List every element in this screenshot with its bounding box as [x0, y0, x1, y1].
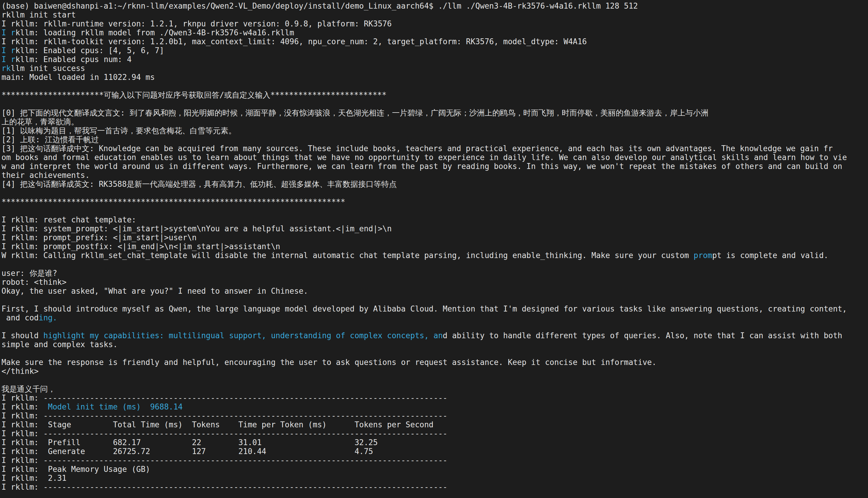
- terminal-text: I rkllm: prompt_prefix: <|im_start|>user…: [1, 233, 196, 242]
- terminal-line: [4] 把这句话翻译成英文: RK3588是新一代高端处理器，具有高算力、低功耗…: [1, 180, 868, 188]
- terminal-text-highlight: I r: [1, 55, 15, 64]
- terminal-line: Make sure the response is friendly and h…: [1, 358, 868, 367]
- terminal-text: ----------------------------------------…: [43, 393, 448, 402]
- terminal-line: [1, 188, 868, 197]
- terminal-line: ****************************************…: [1, 197, 868, 206]
- terminal-text: kllm: loading rkllm model from ./Qwen3-4…: [15, 28, 294, 37]
- terminal-text: rkllm init start: [1, 10, 76, 19]
- terminal-line: First, I should introduce myself as Qwen…: [1, 304, 868, 313]
- terminal-text: llm init success: [11, 64, 85, 73]
- terminal-text: user: 你是谁?: [1, 269, 57, 278]
- terminal-text: robot: <think>: [1, 278, 67, 287]
- terminal-line: I rkllm: 2.31: [1, 474, 868, 483]
- terminal-line: [1, 100, 868, 108]
- terminal-line: rkllm init success: [1, 64, 868, 73]
- terminal-line: I rkllm: Peak Memory Usage (GB): [1, 465, 868, 474]
- terminal-text: [2] 上联: 江边惯看千帆过: [1, 135, 99, 144]
- terminal-line: user: 你是谁?: [1, 269, 868, 278]
- terminal-text-highlight: Model init time (ms) 9688.14: [48, 402, 183, 411]
- terminal[interactable]: (base) baiwen@dshanpi-a1:~/rknn-llm/exam…: [0, 0, 868, 498]
- terminal-text: ----------------------------------------…: [43, 456, 448, 465]
- terminal-text: kllm: Enabled cpus: [4, 5, 6, 7]: [15, 46, 164, 55]
- terminal-line: I rkllm: prompt_postfix: <|im_end|>\n<|i…: [1, 242, 868, 251]
- terminal-line: I rkllm: -------------------------------…: [1, 411, 868, 420]
- terminal-screen: { "terminal": { "colors": { "background"…: [0, 0, 868, 498]
- terminal-line: W rkllm: Calling rkllm_set_chat_template…: [1, 251, 868, 260]
- terminal-line: [0] 把下面的现代文翻译成文言文: 到了春风和煦，阳光明媚的时候，湖面平静，没…: [1, 108, 868, 117]
- terminal-line: I rkllm: rkllm-runtime version: 1.2.1, r…: [1, 19, 868, 28]
- terminal-text-highlight: I r: [1, 28, 15, 37]
- terminal-text: W rkllm: Calling rkllm_set_chat_template…: [1, 251, 693, 260]
- terminal-line: 上的花草，青翠欲滴。: [1, 117, 868, 126]
- terminal-line: [1, 376, 868, 384]
- terminal-line: I rkllm: -------------------------------…: [1, 429, 868, 438]
- terminal-text: ----------------------------------------…: [43, 411, 448, 420]
- terminal-text: [0] 把下面的现代文翻译成文言文: 到了春风和煦，阳光明媚的时候，湖面平静，没…: [1, 108, 708, 117]
- terminal-line: and coding.: [1, 313, 868, 322]
- terminal-text-highlight: prom: [693, 251, 712, 260]
- terminal-text: om books and formal education enables us…: [1, 153, 847, 162]
- terminal-line: **********************可输入以下问题对应序号获取回答/或自…: [1, 91, 868, 100]
- terminal-text: *************************: [270, 91, 386, 100]
- terminal-text-highlight: I r: [1, 46, 15, 55]
- terminal-text: 可输入以下问题对应序号获取回答/或自定义输入: [104, 91, 270, 100]
- terminal-line: om books and formal education enables us…: [1, 153, 868, 162]
- terminal-line: I rkllm: rkllm-toolkit version: 1.2.0b1,…: [1, 37, 868, 46]
- terminal-line: I rkllm: Stage Total Time (ms) Tokens Ti…: [1, 420, 868, 429]
- terminal-line: I rkllm: loading rkllm model from ./Qwen…: [1, 28, 868, 37]
- terminal-text: [1] 以咏梅为题目，帮我写一首古诗，要求包含梅花、白雪等元素。: [1, 126, 236, 135]
- terminal-text: main: Model loaded in 11022.94 ms: [1, 73, 155, 82]
- terminal-text: I rkllm:: [1, 402, 48, 411]
- terminal-line: robot: <think>: [1, 278, 868, 287]
- terminal-text: d ability to handle different types of q…: [443, 331, 842, 340]
- terminal-text: First, I should introduce myself as Qwen…: [1, 304, 847, 313]
- terminal-line: Okay, the user asked, "What are you?" I …: [1, 287, 868, 296]
- terminal-line: w and interpret the world around us in d…: [1, 162, 868, 171]
- terminal-text: I rkllm: rkllm-toolkit version: 1.2.0b1,…: [1, 37, 587, 46]
- terminal-line: [1, 82, 868, 91]
- terminal-text: I rkllm:: [1, 393, 43, 402]
- terminal-text: I rkllm:: [1, 411, 43, 420]
- terminal-text: simple and complex tasks.: [1, 340, 118, 349]
- terminal-line: rkllm init start: [1, 10, 868, 19]
- terminal-text: I rkllm:: [1, 483, 43, 492]
- terminal-text: **********************: [1, 91, 104, 100]
- terminal-text: I rkllm: Stage Total Time (ms) Tokens Ti…: [1, 420, 434, 429]
- terminal-text: 我是通义千问，: [1, 384, 55, 393]
- terminal-line: 我是通义千问，: [1, 384, 868, 393]
- terminal-line: [3] 把这句话翻译成中文: Knowledge can be acquired…: [1, 144, 868, 153]
- terminal-text-highlight: rk: [1, 64, 11, 73]
- terminal-line: [1, 322, 868, 331]
- terminal-text: I rkllm: rkllm-runtime version: 1.2.1, r…: [1, 19, 392, 28]
- terminal-text: kllm: Enabled cpus num: 4: [15, 55, 132, 64]
- terminal-line: [1] 以咏梅为题目，帮我写一首古诗，要求包含梅花、白雪等元素。: [1, 126, 868, 135]
- terminal-line: I rkllm: Generate 26725.72 127 210.44 4.…: [1, 447, 868, 456]
- terminal-line: their achievements.: [1, 171, 868, 180]
- terminal-line: I rkllm: prompt_prefix: <|im_start|>user…: [1, 233, 868, 242]
- terminal-line: I rkllm: Enabled cpus num: 4: [1, 55, 868, 64]
- terminal-text: I rkllm: Peak Memory Usage (GB): [1, 465, 150, 474]
- terminal-text: I rkllm:: [1, 429, 43, 438]
- terminal-text: I rkllm: prompt_postfix: <|im_end|>\n<|i…: [1, 242, 280, 251]
- terminal-text: I should: [1, 331, 43, 340]
- terminal-text: 上的花草，青翠欲滴。: [1, 117, 79, 126]
- terminal-text: ----------------------------------------…: [43, 483, 448, 492]
- terminal-line: I rkllm: reset chat template:: [1, 215, 868, 224]
- terminal-text: Okay, the user asked, "What are you?" I …: [1, 287, 308, 296]
- terminal-text: I rkllm: system_prompt: <|im_start|>syst…: [1, 224, 392, 233]
- terminal-line: I rkllm: -------------------------------…: [1, 456, 868, 465]
- terminal-text: I rkllm:: [1, 456, 43, 465]
- terminal-line: I rkllm: Prefill 682.17 22 31.01 32.25: [1, 438, 868, 447]
- terminal-line: [2] 上联: 江边惯看千帆过: [1, 135, 868, 144]
- terminal-line: I rkllm: -------------------------------…: [1, 483, 868, 492]
- terminal-line: [1, 349, 868, 358]
- terminal-text: Make sure the response is friendly and h…: [1, 358, 656, 367]
- terminal-text: ****************************************…: [1, 197, 345, 206]
- terminal-text-highlight: highlight my capabilities: multilingual …: [43, 331, 443, 340]
- terminal-text: ----------------------------------------…: [43, 429, 448, 438]
- terminal-text: w and interpret the world around us in d…: [1, 162, 842, 171]
- terminal-text: I rkllm: Generate 26725.72 127 210.44 4.…: [1, 447, 373, 456]
- terminal-line: main: Model loaded in 11022.94 ms: [1, 73, 868, 82]
- terminal-text-highlight: ing.: [39, 313, 57, 322]
- terminal-text: [3] 把这句话翻译成中文: Knowledge can be acquired…: [1, 144, 833, 153]
